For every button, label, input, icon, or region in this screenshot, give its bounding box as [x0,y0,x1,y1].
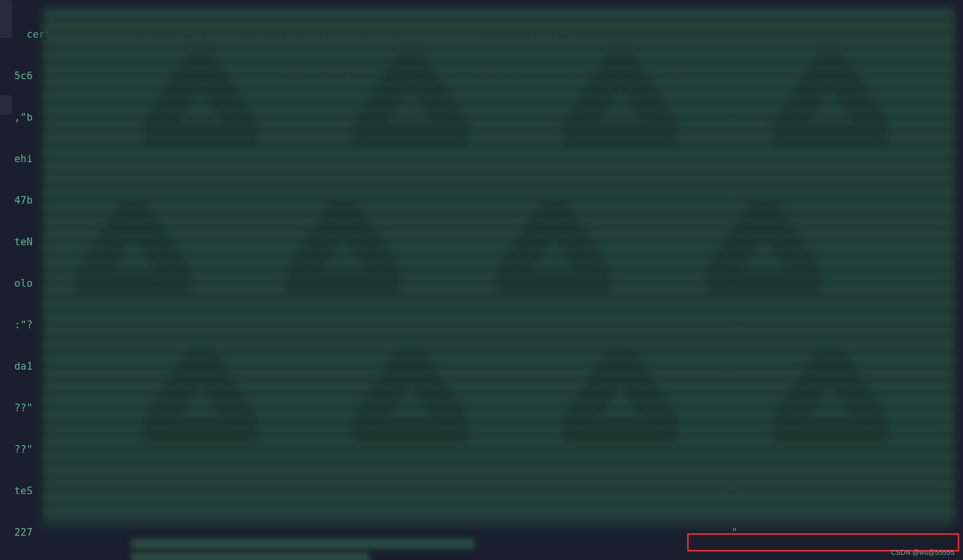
console-line: 227 " [14,526,963,539]
console-line: da1 :" [14,360,963,373]
console-line: :"? 1b [14,318,963,332]
csdn-watermark: CSDN @wu@55555 [891,549,954,556]
console-line: 5c6 0d3","certificateState":"??","vehicl… [14,69,963,83]
console-output[interactable]: certificateState : ?? , vehicleType : ??… [14,0,963,560]
console-line: olo e [14,277,963,290]
console-line: teN "c [14,235,963,249]
console-line: ??" ?? [14,401,963,415]
console-line: certificateState : ?? , vehicleType : ??… [14,28,963,41]
sidebar-stub-top [0,0,12,38]
sidebar-stub-mid [0,95,12,114]
terminal-viewport: certificateState : ?? , vehicleType : ??… [0,0,963,560]
console-line: teS da [14,484,963,498]
console-line: ??" ca [14,443,963,456]
console-line: ,"b "v [14,111,963,124]
console-line: 47b la [14,194,963,207]
console-line: ehi 87 [14,152,963,166]
